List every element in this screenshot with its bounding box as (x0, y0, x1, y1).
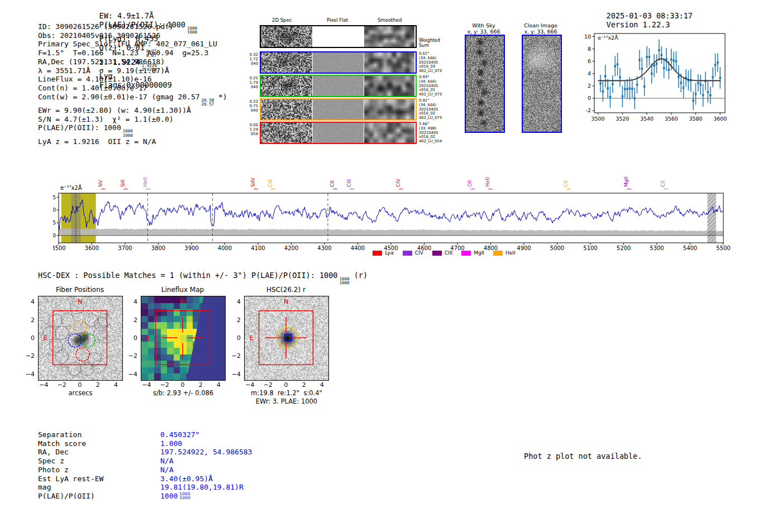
match-table-row: mag19.81(19.80,19.81)R (38, 483, 252, 492)
hscdex-fraction: 10001000 (339, 277, 349, 285)
match-row-label: RA, Dec (38, 448, 160, 457)
col-header-2d-spec: 2D Spec (272, 17, 292, 23)
legend-swatch (403, 251, 412, 256)
lineflux-map-overlay: NE (141, 296, 225, 380)
fit-data-point (612, 83, 614, 85)
weighted-pixel-flat-image (313, 26, 364, 47)
legend-label: Lyα (385, 250, 393, 256)
legend-item-civ: CIV (403, 250, 423, 256)
fit-data-point (617, 63, 619, 65)
east-label: E (250, 334, 254, 342)
fiber-circle-gray (92, 360, 106, 373)
fit-data-point (709, 94, 712, 97)
line-fit-plot: 1086420-2350035203540356035803600 e⁻¹⁷x2… (581, 28, 737, 131)
fit-data-point (614, 65, 616, 68)
match-row-value: 1.000 (160, 439, 182, 448)
panel-ytick-label: −4 (25, 371, 35, 378)
panel-ytick-label: 2 (25, 317, 35, 324)
panel-ytick-label: −2 (231, 352, 241, 360)
emission-line-brace: { (488, 188, 493, 190)
fit-data-point (599, 83, 602, 85)
report-timestamp: 2025-01-03 08:33:17 (607, 11, 693, 20)
legend-item-mgii: MgII (461, 250, 484, 256)
fit-data-point (602, 90, 604, 93)
fit-data-point (619, 76, 621, 79)
emission-line-label-siii: SiII (120, 179, 126, 187)
fiber-2d-spec-image (261, 123, 312, 143)
match-row-label: mag (38, 483, 160, 492)
fit-data-point (714, 64, 717, 66)
match-row-value: 3.40(±0.95)Å (160, 475, 213, 483)
panel-xtick-label: 0 (280, 381, 292, 389)
panel-xtick-label: −2 (263, 381, 274, 389)
fit-data-point (643, 85, 646, 88)
match-row-label: Est LyA rest-EW (38, 475, 160, 483)
fiber-circle-gray (68, 362, 81, 376)
emission-line-brace: { (270, 188, 275, 190)
spectrum-xtick-label: 5500 (716, 245, 730, 251)
with-sky-image (465, 35, 505, 133)
panel-xtick-label: 0 (74, 381, 85, 389)
fiber-circle-gray (94, 328, 107, 341)
match-row-label: Spec z (38, 457, 160, 466)
match-row-value: N/A (160, 466, 173, 475)
match-table-row: Match score1.000 (38, 439, 252, 448)
spectrum-ytick-label: 5.0 (53, 207, 56, 213)
fiber-positions-overlay: NE (38, 296, 122, 380)
emission-line-brace: { (398, 188, 403, 190)
legend-item-lyα: Lyα (373, 250, 393, 256)
info-line-5: RA,Dec (197.525131,54.986618) (38, 57, 227, 66)
panel-ytick-label: −4 (231, 371, 241, 378)
fit-data-point (649, 56, 651, 58)
info-line-3: Primary Spec_Slot_IFU_AMP: 402_077_061_L… (38, 40, 227, 49)
with-sky-title: With Skyx, y: 33, 666 (451, 22, 516, 35)
info-line-7: LineFlux = 4.10(±1.10)e-16 (38, 75, 227, 84)
emission-line-label-heii: HeII (142, 177, 148, 187)
fit-xtick-label: 3540 (640, 116, 654, 122)
legend-label: MgII (474, 250, 484, 256)
match-table-row: Spec zN/A (38, 457, 252, 466)
hsc-caption-2: EWr: 3. PLAE: 1000 (227, 397, 346, 405)
catalog-position-box (285, 334, 292, 341)
fiber-pixel-flat-image (313, 123, 364, 143)
match-row-value: 1000 (160, 492, 178, 501)
emission-line-label-nv: NV (98, 180, 103, 187)
fit-ytick-label: 10 (584, 33, 591, 40)
panel-xtick-label: −4 (38, 381, 49, 389)
legend-item-heii: HeII (493, 250, 516, 256)
fit-data-point (712, 76, 714, 79)
spectrum-xtick-label: 3600 (85, 245, 99, 251)
line-fit-plot-svg: 1086420-2350035203540356035803600 (581, 28, 737, 131)
match-row-label: P(LAE)/P(OII) (38, 492, 160, 501)
emission-line-label-heii: HeII (485, 177, 490, 187)
emission-line-label-cii: CII (660, 180, 666, 187)
weighted-smoothed-image (364, 26, 414, 47)
fiber-cutout-annotation: 1.66"(33, 498)20210405v016_02402_LU_054 (419, 122, 442, 144)
spectrum-xtick-label: 3700 (118, 245, 132, 251)
panel-xtick-label: 2 (92, 381, 103, 389)
panel-xtick-label: 4 (213, 381, 225, 389)
emission-line-brace: { (626, 188, 631, 190)
fit-ytick-label: 4 (588, 70, 591, 76)
fiber-circle-gray (98, 314, 111, 327)
fiber-circle-gray (49, 314, 63, 327)
fiber-smoothed-image (364, 76, 414, 96)
detection-info-block: ID: 3090261526 (3090261526.pdf)Obs: 2021… (38, 22, 227, 146)
emission-line-label-siiv: SiIV (250, 178, 256, 187)
panel-ytick-label: 0 (231, 334, 241, 342)
match-table-row: Est LyA rest-EW3.40(±0.95)Å (38, 475, 252, 483)
spectrum-xtick-label: 3500 (53, 245, 66, 251)
north-label: N (180, 298, 185, 305)
fit-data-point (633, 97, 636, 99)
fiber-circle-selected (68, 334, 82, 347)
fiber-smoothed-image (364, 52, 414, 73)
info-line-11: S/N = 4.7(±1.3) χ² = 1.1(±0.0) (38, 115, 227, 124)
match-table-row: Photo zN/A (38, 466, 252, 475)
panel-ytick-label: 2 (231, 317, 241, 324)
legend-item-ciii: CIII (432, 250, 452, 256)
info-line-2: Obs: 20210405v016_3090261526 (38, 31, 227, 40)
fiber-cutout-annotation: 0.91"(34, 666)20210405v016_02402_LU_073 (419, 99, 442, 121)
fit-ytick-label: 6 (588, 58, 591, 64)
fit-data-point (683, 87, 685, 89)
fit-data-point (621, 95, 623, 98)
